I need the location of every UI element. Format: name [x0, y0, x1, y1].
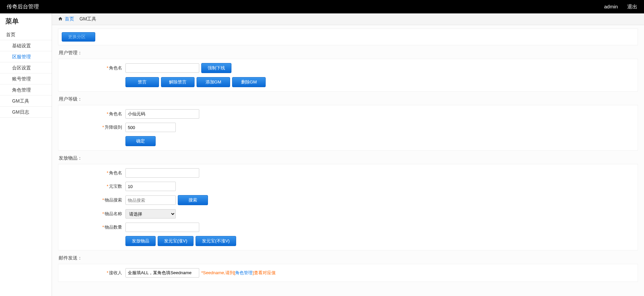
give-item-qty-label: 物品数量: [105, 225, 122, 230]
sidebar-title: 菜单: [0, 13, 52, 29]
home-icon: [58, 16, 63, 22]
user-level-role-label: 角色名: [109, 111, 122, 116]
sidebar-item-role-mgmt[interactable]: 角色管理: [0, 84, 52, 96]
give-item-role-label: 角色名: [109, 170, 122, 175]
add-gm-button[interactable]: 添加GM: [197, 77, 230, 87]
give-item-search-label: 物品搜索: [105, 197, 122, 202]
user-level-level-label: 升降级到: [105, 125, 122, 130]
unban-button[interactable]: 解除禁言: [161, 77, 195, 87]
search-item-button[interactable]: 搜索: [178, 195, 208, 205]
mail-hint-link[interactable]: 角色管理: [235, 270, 253, 275]
give-yuanbao-up-button[interactable]: 发元宝(涨V): [158, 236, 194, 246]
del-gm-button[interactable]: 删除GM: [232, 77, 266, 87]
section-mail-title: 邮件发送：: [59, 255, 637, 261]
mail-recipient-label: 接收人: [109, 270, 122, 275]
user-link[interactable]: admin: [604, 4, 618, 9]
sidebar-item-zone-mgmt[interactable]: 区服管理: [0, 51, 52, 62]
sidebar-item-account-mgmt[interactable]: 账号管理: [0, 73, 52, 84]
user-level-role-input[interactable]: [125, 109, 199, 119]
user-level-level-input[interactable]: [125, 123, 176, 132]
sidebar-item-basic-settings[interactable]: 基础设置: [0, 40, 52, 51]
give-yuanbao-noup-button[interactable]: 发元宝(不涨V): [196, 236, 236, 246]
sidebar: 菜单 首页 基础设置 区服管理 合区设置 账号管理 角色管理 GM工具 GM日志: [0, 13, 52, 296]
give-item-role-input[interactable]: [125, 168, 199, 178]
give-item-yuanbao-label: 元宝数: [109, 184, 122, 189]
switch-zone-button[interactable]: 更换分区: [62, 32, 95, 42]
give-item-yuanbao-input[interactable]: [125, 182, 176, 191]
section-user-mgmt-title: 用户管理：: [59, 50, 637, 56]
give-item-qty-input[interactable]: [125, 223, 199, 232]
user-mgmt-role-input[interactable]: [125, 63, 199, 73]
sidebar-item-gm-log[interactable]: GM日志: [0, 107, 52, 118]
give-item-name-select[interactable]: 请选择: [125, 209, 176, 219]
give-item-name-label: 物品名称: [105, 211, 122, 216]
section-user-level-title: 用户等级：: [59, 96, 637, 102]
logout-link[interactable]: 退出: [627, 4, 637, 9]
give-item-button[interactable]: 发放物品: [125, 236, 156, 246]
give-item-search-input[interactable]: [125, 195, 176, 205]
confirm-level-button[interactable]: 确定: [125, 136, 156, 146]
sidebar-item-home[interactable]: 首页: [0, 29, 52, 40]
sidebar-item-merge-settings[interactable]: 合区设置: [0, 62, 52, 73]
breadcrumb-current: GM工具: [79, 16, 97, 22]
section-give-item-title: 发放物品：: [59, 155, 637, 161]
user-mgmt-role-label: 角色名: [109, 65, 122, 70]
force-offline-button[interactable]: 强制下线: [201, 63, 231, 73]
app-title: 传奇后台管理: [7, 3, 39, 10]
mail-hint: *Seedname,请到[角色管理]查看对应值: [201, 270, 276, 276]
ban-button[interactable]: 禁言: [125, 77, 159, 87]
mail-recipient-input[interactable]: [125, 268, 199, 278]
sidebar-item-gm-tools[interactable]: GM工具: [0, 96, 52, 107]
breadcrumb-home[interactable]: 首页: [65, 16, 74, 22]
breadcrumb: 首页 GM工具: [52, 13, 644, 25]
